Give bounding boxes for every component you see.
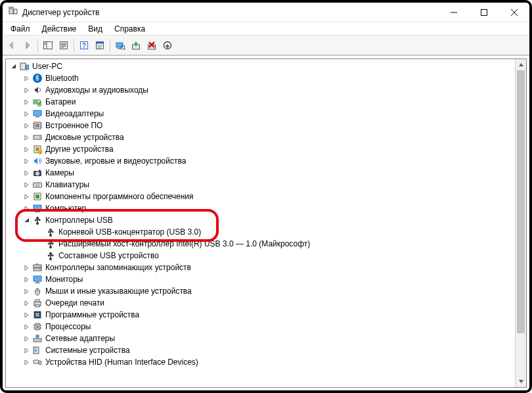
scroll-thumb[interactable] xyxy=(517,70,525,333)
chevron-right-icon[interactable] xyxy=(22,182,31,188)
maximize-button[interactable] xyxy=(469,3,499,22)
tree-category[interactable]: Очереди печати xyxy=(7,297,526,309)
tree-category-label: Контроллеры USB xyxy=(45,214,113,226)
audio-icon xyxy=(32,85,43,95)
tree-category-label: Аудиовходы и аудиовыходы xyxy=(45,84,148,96)
menu-file[interactable]: Файл xyxy=(5,24,35,34)
tree-category[interactable]: Аудиовходы и аудиовыходы xyxy=(7,84,526,96)
storage-icon xyxy=(32,262,43,273)
svg-line-23 xyxy=(124,49,125,50)
chevron-right-icon[interactable] xyxy=(22,300,31,306)
tree-category[interactable]: Контроллеры USB xyxy=(7,214,526,226)
chevron-right-icon[interactable] xyxy=(22,265,31,271)
tree-category[interactable]: Камеры xyxy=(7,167,526,179)
tree-category[interactable]: Программные устройства xyxy=(7,309,526,321)
chevron-right-icon[interactable] xyxy=(22,87,31,93)
scan-hardware-button[interactable] xyxy=(112,37,128,53)
software-icon xyxy=(32,191,43,202)
chevron-down-icon[interactable] xyxy=(9,64,18,70)
chevron-right-icon[interactable] xyxy=(22,111,31,117)
show-hide-tree-button[interactable] xyxy=(40,37,56,53)
svg-rect-56 xyxy=(35,184,37,185)
properties-button[interactable] xyxy=(56,37,72,53)
tree-category[interactable]: Клавиатуры xyxy=(7,179,526,191)
display-icon xyxy=(32,108,43,119)
menu-action[interactable]: Действие xyxy=(37,24,82,34)
tree-category-label: Системные устройства xyxy=(45,344,130,356)
toolbar-separator xyxy=(110,39,110,52)
chevron-right-icon[interactable] xyxy=(22,170,31,176)
tree-category[interactable]: Сетевые адаптеры xyxy=(7,333,526,344)
chevron-right-icon[interactable] xyxy=(22,312,31,318)
forward-button[interactable] xyxy=(20,37,35,53)
chevron-right-icon[interactable] xyxy=(22,99,31,105)
usb-icon xyxy=(45,227,56,237)
tree-category[interactable]: Процессоры xyxy=(7,321,526,333)
chevron-right-icon[interactable] xyxy=(22,206,31,212)
svg-rect-7 xyxy=(45,44,47,45)
tree-category[interactable]: Системные устройства xyxy=(7,344,526,356)
tree-category-label: Видеоадаптеры xyxy=(45,108,104,120)
minimize-button[interactable] xyxy=(439,3,469,22)
chevron-right-icon[interactable] xyxy=(22,324,31,330)
chevron-right-icon[interactable] xyxy=(22,158,31,164)
toolbar: ? xyxy=(3,35,529,55)
chevron-right-icon[interactable] xyxy=(22,135,31,141)
uninstall-device-button[interactable] xyxy=(144,37,160,53)
svg-point-112 xyxy=(39,340,39,340)
tree-category[interactable]: Мониторы xyxy=(7,273,526,285)
menu-view[interactable]: Вид xyxy=(83,24,108,34)
tree-category[interactable]: Контроллеры запоминающих устройств xyxy=(7,262,526,273)
tree-category-label: Процессоры xyxy=(45,321,91,333)
tree-category[interactable]: Дисковые устройства xyxy=(7,131,526,143)
close-button[interactable] xyxy=(499,3,529,22)
tree-category[interactable]: Батареи xyxy=(7,96,526,108)
tree-category[interactable]: Звуковые, игровые и видеоустройства xyxy=(7,155,526,167)
chevron-right-icon[interactable] xyxy=(22,359,31,365)
chevron-right-icon[interactable] xyxy=(22,76,31,81)
svg-point-52 xyxy=(36,172,39,175)
chevron-right-icon[interactable] xyxy=(22,194,31,200)
chevron-right-icon[interactable] xyxy=(22,147,31,152)
tree-category[interactable]: Компоненты программного обеспечения xyxy=(7,191,526,202)
device-manager-window: Диспетчер устройств Файл Действие Вид Сп… xyxy=(3,3,529,390)
help-button[interactable]: ? xyxy=(76,37,92,53)
svg-rect-64 xyxy=(36,211,39,212)
chevron-right-icon[interactable] xyxy=(22,336,31,342)
tree-category[interactable]: Компьютер xyxy=(7,202,526,214)
svg-rect-38 xyxy=(35,124,39,127)
vertical-scrollbar[interactable] xyxy=(515,59,526,387)
tree-item-label: Корневой USB-концентратор (USB 3.0) xyxy=(58,226,201,238)
svg-rect-95 xyxy=(35,313,39,317)
disable-device-button[interactable] xyxy=(160,37,175,53)
help-topics-button[interactable] xyxy=(92,37,108,53)
svg-rect-116 xyxy=(35,350,37,352)
tree-item[interactable]: Расширяемый хост-контроллер Intel(R) USB… xyxy=(7,238,526,250)
tree-item[interactable]: Составное USB устройство xyxy=(7,250,526,262)
scroll-down-arrow[interactable] xyxy=(516,376,526,387)
svg-rect-3 xyxy=(481,9,487,15)
svg-text:?: ? xyxy=(82,42,86,49)
chevron-down-icon[interactable] xyxy=(22,218,31,223)
back-button[interactable] xyxy=(4,37,20,53)
svg-point-118 xyxy=(39,361,41,365)
tree-category[interactable]: Устройства HID (Human Interface Devices) xyxy=(7,356,526,368)
tree-category[interactable]: Bluetooth xyxy=(7,72,526,84)
scroll-track[interactable] xyxy=(516,70,526,376)
tree-category[interactable]: Встроенное ПО xyxy=(7,120,526,131)
chevron-right-icon[interactable] xyxy=(22,348,31,354)
menu-help[interactable]: Справка xyxy=(109,24,150,34)
chevron-right-icon[interactable] xyxy=(22,289,31,294)
svg-rect-114 xyxy=(35,348,35,349)
tree-category[interactable]: Мыши и иные указывающие устройства xyxy=(7,285,526,297)
device-tree[interactable]: User-PC Bluetooth Аудиовходы и аудиовыхо… xyxy=(6,59,526,387)
tree-category[interactable]: ! Другие устройства xyxy=(7,143,526,155)
tree-category[interactable]: Видеоадаптеры xyxy=(7,108,526,120)
tree-root[interactable]: User-PC xyxy=(7,60,526,72)
update-driver-button[interactable] xyxy=(128,37,144,53)
chevron-right-icon[interactable] xyxy=(22,277,31,283)
chevron-right-icon[interactable] xyxy=(22,123,31,129)
tree-item[interactable]: Корневой USB-концентратор (USB 3.0) xyxy=(7,226,526,238)
scroll-up-arrow[interactable] xyxy=(516,59,526,70)
svg-rect-36 xyxy=(35,116,39,118)
